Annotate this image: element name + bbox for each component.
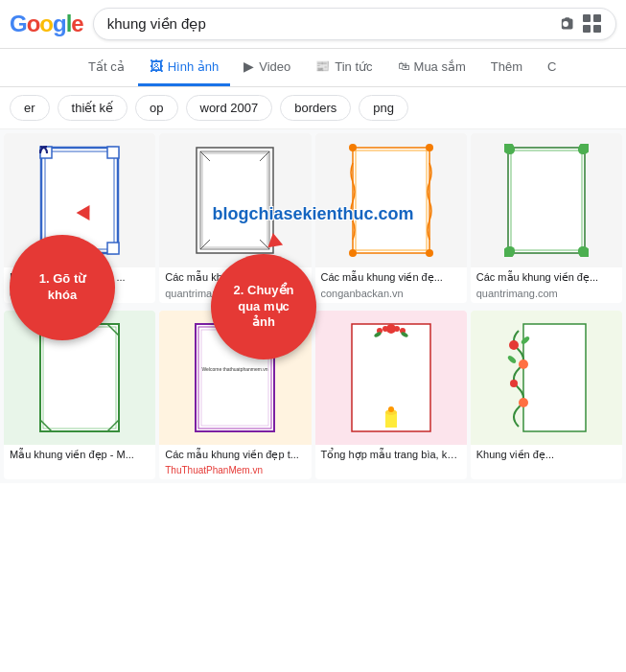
tab-shopping-label: Mua sắm	[414, 59, 466, 74]
svg-point-41	[388, 406, 394, 412]
arrow-1	[79, 204, 94, 218]
image-card-8[interactable]: Khung viền đẹ...	[471, 311, 622, 479]
bubble-2-text: 2. Chuyểnqua mụcảnh	[234, 283, 294, 332]
search-bar[interactable]	[93, 8, 616, 40]
filter-chip-borders[interactable]: borders	[280, 95, 351, 121]
svg-point-34	[394, 326, 400, 332]
filter-chip-er[interactable]: er	[10, 95, 50, 121]
svg-point-17	[349, 249, 357, 257]
svg-rect-5	[107, 243, 119, 254]
tab-shopping[interactable]: 🛍 Mua sắm	[386, 50, 477, 86]
tab-more-label: Thêm	[491, 59, 522, 74]
annotation-bubble-1: 1. Gõ từkhóa	[10, 235, 115, 340]
image-caption-8: Khung viền đẹ...	[471, 445, 622, 465]
tab-more[interactable]: Thêm	[479, 50, 534, 86]
svg-point-33	[383, 326, 388, 332]
svg-rect-26	[43, 327, 116, 429]
svg-rect-20	[511, 151, 582, 250]
svg-point-48	[506, 355, 517, 364]
image-source-7	[315, 465, 467, 469]
svg-rect-42	[523, 324, 586, 431]
search-input[interactable]	[107, 16, 556, 33]
image-caption-6: Các mẫu khung viền đẹp t...	[159, 445, 311, 465]
bubble-1-text: 1. Gõ từkhóa	[39, 271, 85, 304]
nav-tabs: Tất cả 🖼 Hình ảnh ▶ Video 📰 Tin tức 🛍 Mu…	[0, 49, 626, 87]
svg-point-46	[519, 398, 528, 407]
content-area: Mẫu khung viền đẹp - ... download.com.vn	[0, 129, 626, 483]
svg-point-43	[509, 340, 519, 350]
filter-row: er thiết kế op word 2007 borders png	[0, 87, 626, 129]
google-logo: Google	[10, 11, 83, 37]
header: Google	[0, 0, 626, 49]
image-source-8	[471, 465, 622, 469]
tab-images-label: Hình ảnh	[168, 59, 220, 74]
image-grid-row2: Mẫu khung viền đẹp - M... Welcome thathu…	[0, 307, 626, 483]
tab-news[interactable]: 📰 Tin tức	[304, 50, 383, 86]
annotation-bubble-2: 2. Chuyểnqua mụcảnh	[211, 254, 316, 359]
svg-point-16	[426, 144, 433, 151]
tab-all-label: Tất cả	[88, 59, 125, 74]
tab-news-label: Tin tức	[335, 59, 372, 74]
svg-point-45	[510, 380, 518, 387]
image-source-6: ThuThuatPhanMem.vn	[159, 465, 311, 479]
tab-images[interactable]: 🖼 Hình ảnh	[138, 49, 231, 86]
arrow-2	[267, 233, 282, 246]
tab-video[interactable]: ▶ Video	[232, 49, 302, 86]
image-caption-4: Các mẫu khung viền đẹ...	[471, 267, 622, 288]
filter-chip-word2007[interactable]: word 2007	[186, 95, 273, 121]
watermark: blogchiasekienthuc.com	[212, 204, 413, 224]
tab-all[interactable]: Tất cả	[77, 50, 136, 86]
filter-chip-thietke[interactable]: thiết kế	[58, 95, 128, 121]
news-icon: 📰	[315, 59, 330, 73]
svg-rect-3	[107, 147, 119, 158]
svg-rect-14	[356, 151, 427, 250]
image-card-7[interactable]: Tổng hợp mẫu trang bìa, khung...	[315, 311, 467, 479]
filter-chip-op[interactable]: op	[135, 95, 177, 121]
image-caption-3: Các mẫu khung viền đẹ...	[315, 267, 467, 288]
apps-grid-icon[interactable]	[583, 14, 602, 34]
svg-rect-8	[202, 153, 267, 247]
svg-point-15	[349, 144, 357, 151]
images-icon: 🖼	[150, 58, 163, 74]
svg-point-44	[519, 359, 528, 369]
image-caption-7: Tổng hợp mẫu trang bìa, khung...	[315, 445, 467, 465]
tab-overflow-label: C	[547, 59, 556, 74]
image-source-3: conganbackan.vn	[315, 288, 467, 303]
svg-point-18	[426, 249, 433, 257]
image-card-4[interactable]: Các mẫu khung viền đẹ... quantrimang.com	[471, 133, 622, 303]
filter-chip-png[interactable]: png	[359, 95, 408, 121]
tab-overflow[interactable]: C	[536, 50, 568, 86]
shopping-icon: 🛍	[398, 59, 409, 73]
video-icon: ▶	[243, 58, 254, 74]
image-caption-5: Mẫu khung viền đẹp - M...	[4, 445, 155, 465]
camera-icon[interactable]	[556, 14, 575, 34]
image-source-5	[4, 465, 155, 469]
svg-text:Welcome thathuatphanmem.vn: Welcome thathuatphanmem.vn	[202, 366, 268, 372]
image-source-4: quantrimang.com	[471, 288, 622, 303]
tab-video-label: Video	[259, 59, 290, 74]
